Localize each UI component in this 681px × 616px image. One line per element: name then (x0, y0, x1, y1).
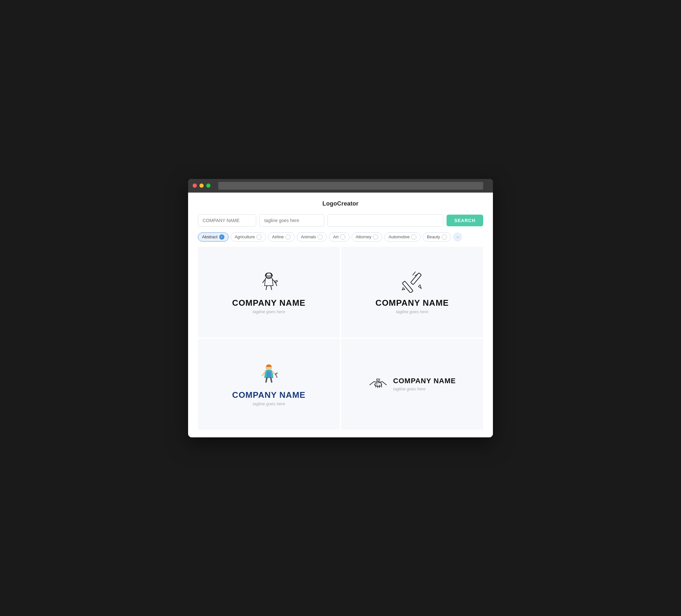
svg-line-17 (266, 378, 267, 382)
filter-tag-attorney[interactable]: Attorney✓ (352, 232, 382, 241)
app-content: LogoCreator SEARCH Abstract✓Agriculture✓… (188, 192, 493, 437)
filter-label-animals: Animals (301, 234, 316, 239)
worker-outline-icon (257, 270, 280, 294)
logo-2-tagline: tagline goes here (396, 309, 428, 314)
svg-line-3 (275, 282, 277, 286)
filter-check-beauty: ✓ (442, 234, 447, 239)
filter-label-abstract: Abstract (202, 234, 218, 239)
logo-card-3-inner: COMPANY NAME tagline goes here (232, 362, 305, 406)
browser-window: LogoCreator SEARCH Abstract✓Agriculture✓… (188, 179, 493, 437)
logo-4-tagline: tagline goes here (393, 386, 456, 391)
svg-line-16 (276, 374, 277, 377)
filter-next-button[interactable]: → (453, 232, 462, 241)
filter-tag-beauty[interactable]: Beauty✓ (423, 232, 451, 241)
extra-input[interactable] (328, 214, 443, 227)
svg-line-19 (376, 384, 377, 387)
logo-card-4-inner: COMPANY NAME tagline goes here (369, 374, 456, 394)
svg-line-4 (266, 286, 267, 290)
logo-4-company: COMPANY NAME (393, 377, 456, 385)
svg-rect-14 (267, 371, 271, 377)
company-name-input[interactable] (198, 214, 256, 227)
tools-outline-icon (401, 270, 424, 294)
filter-tag-airline[interactable]: Airline✓ (268, 232, 295, 241)
logo-card-2[interactable]: COMPANY NAME tagline goes here (341, 247, 483, 337)
filter-check-automotive: ✓ (411, 234, 417, 239)
logo-2-company: COMPANY NAME (376, 298, 449, 308)
filter-label-automotive: Automotive (388, 234, 409, 239)
search-bar: SEARCH (198, 214, 483, 227)
svg-line-18 (271, 378, 272, 382)
logo-card-1-inner: COMPANY NAME tagline goes here (232, 270, 305, 314)
browser-titlebar (188, 179, 493, 192)
logo-card-4[interactable]: COMPANY NAME tagline goes here (341, 339, 483, 430)
logo-1-tagline: tagline goes here (253, 309, 285, 314)
worker-colored-icon (257, 362, 280, 386)
filter-label-attorney: Attorney (356, 234, 371, 239)
tagline-input[interactable] (259, 214, 324, 227)
filter-bar: Abstract✓Agriculture✓Airline✓Animals✓Art… (198, 232, 483, 241)
svg-marker-7 (402, 288, 405, 290)
logo-4-text-group: COMPANY NAME tagline goes here (393, 377, 456, 391)
filter-check-abstract: ✓ (219, 234, 224, 239)
filter-tag-abstract[interactable]: Abstract✓ (198, 232, 229, 241)
app-title: LogoCreator (198, 200, 483, 207)
filter-label-agriculture: Agriculture (235, 234, 255, 239)
address-bar[interactable] (218, 182, 483, 190)
filter-label-art: Art (333, 234, 338, 239)
filter-label-beauty: Beauty (427, 234, 440, 239)
svg-rect-2 (274, 280, 278, 283)
filter-check-agriculture: ✓ (256, 234, 262, 239)
maximize-button[interactable] (206, 183, 210, 188)
handshake-outline-icon (369, 374, 388, 394)
svg-line-12 (414, 272, 415, 273)
minimize-button[interactable] (199, 183, 204, 188)
logo-card-2-inner: COMPANY NAME tagline goes here (376, 270, 449, 314)
svg-line-5 (271, 286, 272, 290)
filter-tag-animals[interactable]: Animals✓ (297, 232, 327, 241)
filter-check-animals: ✓ (318, 234, 323, 239)
logo-grid: COMPANY NAME tagline goes here (198, 247, 483, 430)
filter-tag-automotive[interactable]: Automotive✓ (384, 232, 421, 241)
filter-check-attorney: ✓ (373, 234, 378, 239)
filter-tag-agriculture[interactable]: Agriculture✓ (231, 232, 266, 241)
filter-check-airline: ✓ (285, 234, 291, 239)
close-button[interactable] (193, 183, 197, 188)
logo-card-1[interactable]: COMPANY NAME tagline goes here (198, 247, 340, 337)
logo-1-company: COMPANY NAME (232, 298, 305, 308)
svg-line-20 (378, 385, 378, 388)
search-button[interactable]: SEARCH (447, 215, 483, 226)
logo-card-3[interactable]: COMPANY NAME tagline goes here (198, 339, 340, 430)
svg-marker-9 (418, 285, 421, 288)
svg-rect-8 (410, 273, 421, 285)
filter-tag-art[interactable]: Art✓ (329, 232, 350, 241)
logo-3-tagline: tagline goes here (253, 401, 285, 406)
logo-3-company: COMPANY NAME (232, 390, 305, 400)
filter-label-airline: Airline (272, 234, 284, 239)
filter-check-art: ✓ (340, 234, 345, 239)
